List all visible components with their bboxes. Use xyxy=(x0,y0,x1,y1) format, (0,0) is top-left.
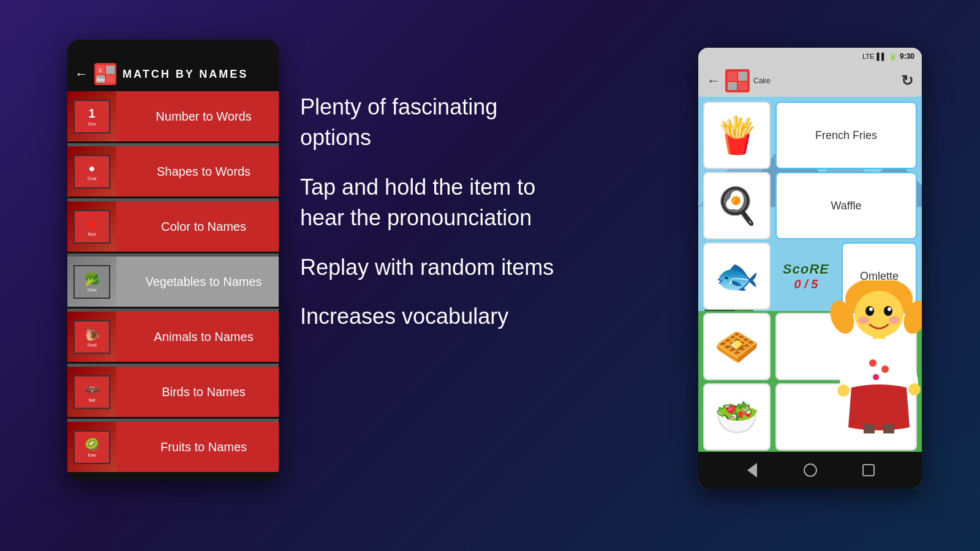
app-logo: 1 Red xyxy=(94,63,116,85)
salad-card[interactable]: 🥗 xyxy=(703,383,771,451)
signal-bars-icon: ▌▌ xyxy=(876,53,886,60)
svg-point-28 xyxy=(869,307,873,311)
vegetables-icon: 🥦 Orka xyxy=(67,257,116,307)
app-title: MATCH BY NAMES xyxy=(123,68,248,81)
svg-point-31 xyxy=(889,317,900,324)
menu-item-animals-to-names[interactable]: 🐌 Snail Animals to Names xyxy=(67,312,279,362)
color-to-names-label: Color to Names xyxy=(116,220,279,234)
number-to-words-label: Number to Words xyxy=(116,110,279,124)
svg-rect-1 xyxy=(106,66,115,74)
egg-emoji: 🍳 xyxy=(715,188,759,223)
svg-rect-37 xyxy=(864,424,875,433)
menu-item-birds-to-names[interactable]: 🦇 Bat Birds to Names xyxy=(67,367,279,417)
menu-list: 1 One Number to Words ● Oval Shapes to W… xyxy=(67,91,279,474)
game-row-1: 🍟 French Fries xyxy=(703,102,917,169)
fries-emoji: 🍟 xyxy=(715,118,759,153)
right-app-label: Cake xyxy=(753,77,771,85)
vegetables-to-names-label: Vegetables to Names xyxy=(116,275,279,289)
right-back-triangle-icon xyxy=(747,463,757,478)
battery-icon: 🔋 xyxy=(889,53,897,61)
svg-point-35 xyxy=(881,365,889,373)
refresh-button[interactable]: ↻ xyxy=(901,72,913,89)
waffle-label: Waffle xyxy=(831,200,861,212)
left-back-button[interactable]: ← xyxy=(75,66,88,82)
svg-rect-3 xyxy=(106,75,115,83)
waffle-name-card[interactable]: Waffle xyxy=(775,172,917,239)
right-back-button[interactable]: ← xyxy=(707,73,720,89)
menu-item-color-to-names[interactable]: ■ Red Color to Names xyxy=(67,201,279,252)
fish-card[interactable]: 🐟 xyxy=(703,242,771,310)
svg-text:1: 1 xyxy=(99,67,102,73)
left-app-header: ← 1 Red MATCH BY NAMES xyxy=(67,57,279,91)
right-recent-square-icon xyxy=(862,464,875,476)
color-icon: ■ Red xyxy=(67,201,116,252)
game-row-2: 🍳 Waffle xyxy=(703,172,917,239)
right-app-logo xyxy=(725,69,750,92)
svg-rect-38 xyxy=(883,424,894,433)
svg-rect-9 xyxy=(738,82,747,90)
svg-point-27 xyxy=(884,306,892,316)
signal-icon: LTE xyxy=(862,53,874,60)
right-home-button[interactable] xyxy=(802,462,819,479)
character-illustration xyxy=(830,280,922,415)
menu-item-number-to-words[interactable]: 1 One Number to Words xyxy=(67,91,279,141)
fries-card[interactable]: 🍟 xyxy=(703,102,771,169)
svg-rect-7 xyxy=(738,72,747,81)
svg-rect-8 xyxy=(728,82,737,90)
right-back-nav-button[interactable] xyxy=(744,462,761,479)
french-fries-label: French Fries xyxy=(815,129,877,142)
svg-point-25 xyxy=(854,291,903,337)
svg-point-42 xyxy=(908,383,921,395)
svg-point-36 xyxy=(873,374,879,380)
animals-to-names-label: Animals to Names xyxy=(116,330,279,344)
game-area: 🍟 French Fries 🍳 Waffle 🐟 xyxy=(698,97,922,452)
score-display: ScoRE 0 / 5 xyxy=(775,261,837,291)
waffle-food-emoji: 🧇 xyxy=(715,329,759,364)
shapes-icon: ● Oval xyxy=(67,146,116,197)
phone-left: ← 1 Red MATCH BY NAMES 1 One Number to W… xyxy=(67,40,279,481)
svg-text:Red: Red xyxy=(97,78,105,82)
number-icon: 1 One xyxy=(67,91,116,141)
feature-line-3: Replay with random items xyxy=(300,252,606,283)
birds-icon: 🦇 Bat xyxy=(67,367,116,417)
salad-emoji: 🥗 xyxy=(715,399,759,435)
feature-line-4: Increases vocabulary xyxy=(300,301,606,332)
svg-point-41 xyxy=(837,384,850,397)
feature-line-2: Tap and hold the item tohear the pronoun… xyxy=(300,172,606,234)
score-title: ScoRE xyxy=(775,261,837,277)
center-text-area: Plenty of fascinatingoptions Tap and hol… xyxy=(300,92,606,350)
fruits-to-names-label: Fruits to Names xyxy=(116,440,279,454)
time-display: 9:30 xyxy=(900,52,914,61)
right-bottom-nav xyxy=(698,452,922,489)
fruits-icon: 🥝 Kiwi xyxy=(67,422,116,472)
menu-item-shapes-to-words[interactable]: ● Oval Shapes to Words xyxy=(67,146,279,197)
french-fries-name-card[interactable]: French Fries xyxy=(775,102,917,169)
birds-to-names-label: Birds to Names xyxy=(116,385,279,399)
phone-right: LTE ▌▌ 🔋 9:30 ← Cake ↻ xyxy=(698,48,922,489)
svg-point-29 xyxy=(888,307,891,311)
egg-card[interactable]: 🍳 xyxy=(703,172,771,239)
svg-rect-6 xyxy=(728,72,737,81)
shapes-to-words-label: Shapes to Words xyxy=(116,165,279,179)
menu-item-fruits-to-names[interactable]: 🥝 Kiwi Fruits to Names xyxy=(67,422,279,472)
menu-item-vegetables-to-names[interactable]: 🥦 Orka Vegetables to Names xyxy=(67,257,279,307)
right-recent-button[interactable] xyxy=(860,462,877,479)
animals-icon: 🐌 Snail xyxy=(67,312,116,362)
left-bottom-nav xyxy=(67,474,279,481)
svg-point-30 xyxy=(858,317,869,324)
svg-point-26 xyxy=(865,306,874,316)
right-status-bar: LTE ▌▌ 🔋 9:30 xyxy=(698,48,922,65)
waffle-food-card[interactable]: 🧇 xyxy=(703,313,771,380)
right-home-circle-icon xyxy=(804,463,817,477)
right-app-header: ← Cake ↻ xyxy=(698,65,922,97)
left-status-bar xyxy=(67,40,279,57)
svg-point-34 xyxy=(869,359,876,367)
fish-emoji: 🐟 xyxy=(715,258,759,294)
score-value: 0 / 5 xyxy=(775,277,837,291)
feature-line-1: Plenty of fascinatingoptions xyxy=(300,92,606,154)
